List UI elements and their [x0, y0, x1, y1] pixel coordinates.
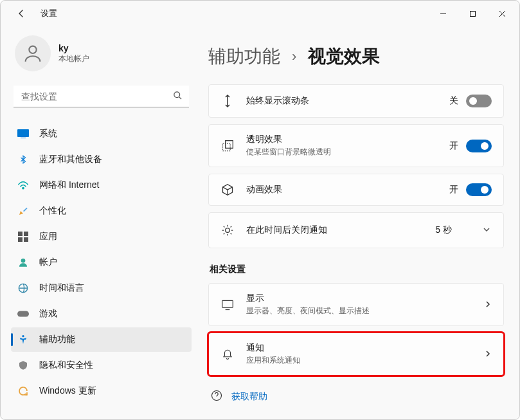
setting-title: 始终显示滚动条 [246, 95, 438, 107]
nav-label: 时间和语言 [39, 282, 84, 294]
svg-point-5 [22, 187, 24, 188]
network-icon [17, 179, 29, 191]
select-value: 5 秒 [435, 224, 452, 236]
time-language-icon [17, 282, 29, 294]
svg-rect-3 [17, 129, 29, 137]
svg-point-10 [21, 259, 26, 263]
nav-label: 游戏 [39, 308, 57, 320]
nav-label: Windows 更新 [39, 385, 96, 397]
get-help-link[interactable]: 获取帮助 [208, 382, 504, 403]
link-sub: 应用和系统通知 [246, 355, 472, 366]
setting-title: 透明效果 [246, 134, 438, 145]
nav-privacy[interactable]: 隐私和安全性 [11, 353, 192, 378]
chevron-right-icon [484, 349, 492, 360]
nav-label: 网络和 Internet [39, 179, 99, 191]
svg-rect-7 [24, 232, 28, 236]
setting-title: 动画效果 [246, 184, 438, 196]
search-input[interactable] [13, 86, 189, 107]
bluetooth-icon [17, 154, 29, 165]
setting-scrollbar: 始终显示滚动条 关 [208, 84, 504, 118]
toggle-state-label: 开 [449, 140, 458, 152]
dismiss-duration-select[interactable]: 5 秒 [434, 222, 492, 239]
help-icon [211, 390, 222, 403]
breadcrumb-separator: › [292, 48, 296, 65]
transparency-icon [220, 140, 235, 152]
setting-sub: 使某些窗口背景略微透明 [246, 147, 438, 158]
nav-network[interactable]: 网络和 Internet [11, 173, 192, 197]
nav-label: 帐户 [39, 257, 57, 268]
svg-point-2 [174, 92, 180, 98]
link-title: 显示 [246, 293, 472, 304]
nav-windows-update[interactable]: Windows 更新 [11, 379, 192, 403]
titlebar: 设置 [1, 1, 519, 26]
close-button[interactable] [487, 3, 517, 24]
svg-rect-9 [24, 237, 28, 242]
maximize-button[interactable] [458, 3, 487, 24]
setting-title: 在此时间后关闭通知 [246, 224, 422, 236]
gaming-icon [17, 308, 29, 320]
related-display[interactable]: 显示 显示器、亮度、夜间模式、显示描述 [208, 283, 504, 326]
toggle-state-label: 关 [449, 95, 458, 107]
privacy-icon [17, 360, 29, 371]
brightness-icon [220, 224, 235, 237]
nav-label: 应用 [39, 231, 57, 242]
svg-rect-15 [226, 140, 233, 148]
nav-label: 系统 [39, 128, 57, 140]
nav-system[interactable]: 系统 [11, 122, 192, 146]
transparency-toggle[interactable] [466, 140, 492, 152]
minimize-button[interactable] [428, 3, 458, 24]
search [13, 86, 189, 107]
animation-icon [220, 183, 235, 196]
profile-name: ky [58, 43, 89, 53]
system-icon [17, 128, 29, 140]
nav-accessibility[interactable]: 辅助功能 [11, 327, 192, 352]
link-sub: 显示器、亮度、夜间模式、显示描述 [246, 306, 472, 316]
scrollbar-icon [220, 94, 235, 108]
search-icon[interactable] [173, 91, 183, 102]
breadcrumb-parent[interactable]: 辅助功能 [208, 44, 280, 69]
nav-accounts[interactable]: 帐户 [11, 250, 192, 275]
avatar [15, 35, 51, 71]
svg-rect-14 [223, 143, 231, 151]
nav-label: 隐私和安全性 [39, 360, 93, 371]
setting-transparency: 透明效果 使某些窗口背景略微透明 开 [208, 124, 504, 167]
nav-label: 蓝牙和其他设备 [39, 154, 102, 165]
profile[interactable]: ky 本地帐户 [11, 32, 192, 83]
related-settings-heading: 相关设置 [210, 264, 504, 275]
nav-time-language[interactable]: 时间和语言 [11, 276, 192, 300]
svg-rect-12 [17, 311, 29, 317]
related-notifications[interactable]: 通知 应用和系统通知 [208, 333, 504, 376]
profile-sub: 本地帐户 [58, 53, 89, 64]
breadcrumb: 辅助功能 › 视觉效果 [208, 44, 504, 69]
help-label: 获取帮助 [231, 391, 267, 403]
nav-label: 个性化 [39, 205, 66, 217]
svg-point-1 [29, 46, 36, 53]
chevron-right-icon [484, 300, 492, 310]
svg-rect-6 [18, 232, 22, 236]
apps-icon [17, 231, 29, 242]
sidebar: ky 本地帐户 系统 蓝牙和其他设备 [1, 26, 197, 419]
main-content: 辅助功能 › 视觉效果 始终显示滚动条 关 [197, 26, 519, 419]
accessibility-icon [17, 334, 29, 345]
nav-apps[interactable]: 应用 [11, 224, 192, 249]
display-icon [220, 299, 235, 311]
breadcrumb-current: 视觉效果 [308, 44, 380, 69]
back-button[interactable] [13, 6, 29, 21]
svg-rect-0 [470, 11, 475, 16]
nav-personalization[interactable]: 个性化 [11, 199, 192, 223]
animation-toggle[interactable] [466, 183, 492, 196]
personalization-icon [17, 205, 29, 217]
link-title: 通知 [246, 342, 472, 354]
accounts-icon [17, 257, 29, 268]
toggle-state-label: 开 [449, 184, 458, 196]
setting-dismiss-notifications: 在此时间后关闭通知 5 秒 [208, 212, 504, 248]
svg-rect-8 [18, 237, 22, 242]
window-title: 设置 [40, 8, 57, 19]
scrollbar-toggle[interactable] [466, 95, 492, 107]
nav-gaming[interactable]: 游戏 [11, 302, 192, 326]
svg-point-13 [22, 335, 24, 337]
windows-update-icon [17, 385, 29, 397]
chevron-down-icon [483, 225, 490, 235]
nav-bluetooth[interactable]: 蓝牙和其他设备 [11, 147, 192, 172]
svg-rect-4 [21, 138, 26, 138]
